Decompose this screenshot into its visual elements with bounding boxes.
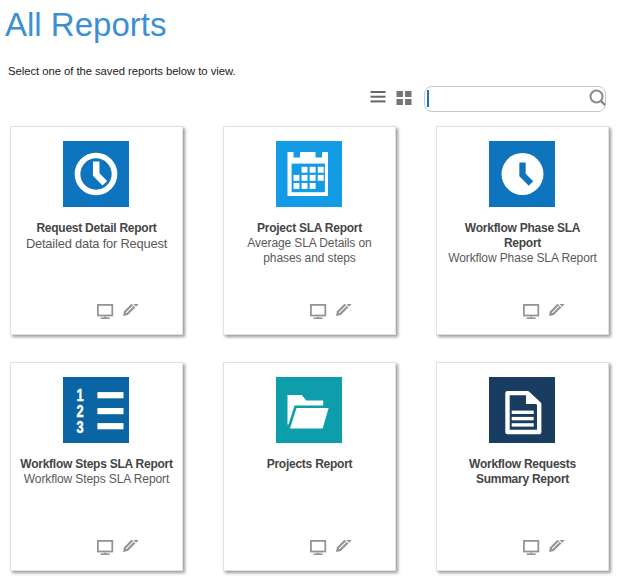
svg-text:3: 3 bbox=[77, 417, 84, 436]
